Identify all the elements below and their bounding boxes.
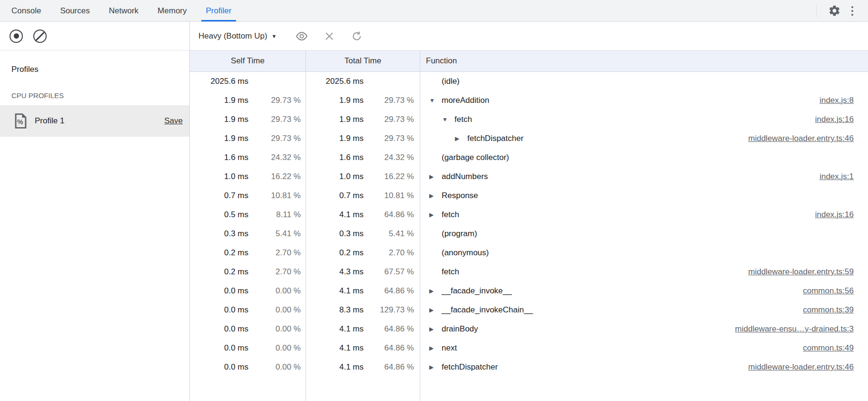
table-row[interactable]: 1.0 ms 16.22 % 1.0 ms 16.22 % ▶ addNumbe… — [190, 167, 868, 186]
function-cell: ▶ next common.ts:49 — [420, 339, 868, 358]
table-row[interactable]: 1.6 ms 24.32 % 1.6 ms 24.32 % (garbage c… — [190, 148, 868, 167]
exclude-selected-button[interactable] — [320, 27, 338, 45]
profile-list-item[interactable]: % Profile 1 Save — [0, 105, 189, 137]
table-row[interactable]: 0.0 ms 0.00 % 8.3 ms 129.73 % ▶ __facade… — [190, 301, 868, 320]
record-button[interactable] — [10, 30, 23, 43]
settings-button[interactable] — [825, 2, 843, 20]
self-time-percent: 0.00 % — [248, 324, 301, 334]
clear-profiles-button[interactable] — [33, 30, 47, 43]
total-time-percent: 64.86 % — [364, 343, 414, 353]
more-options-button[interactable] — [843, 2, 861, 20]
expand-arrow-icon[interactable]: ▶ — [429, 211, 442, 218]
tab-network[interactable]: Network — [104, 0, 143, 21]
source-link[interactable]: index.js:16 — [806, 115, 854, 124]
profiles-heading: Profiles — [0, 64, 189, 75]
profile-document-icon: % — [14, 113, 27, 129]
expand-arrow-icon[interactable]: ▼ — [429, 97, 442, 104]
self-time-cell: 1.9 ms 29.73 % — [190, 129, 306, 148]
table-row[interactable]: 0.7 ms 10.81 % 0.7 ms 10.81 % ▶ Response — [190, 186, 868, 205]
tab-sources[interactable]: Sources — [55, 0, 94, 21]
table-row[interactable]: 0.5 ms 8.11 % 4.1 ms 64.86 % ▶ fetch ind… — [190, 205, 868, 224]
expand-arrow-icon[interactable]: ▶ — [429, 307, 442, 313]
expand-arrow-icon[interactable]: ▶ — [455, 135, 467, 142]
source-link[interactable]: middleware-loader.entry.ts:46 — [739, 134, 854, 143]
function-cell: (garbage collector) — [420, 148, 868, 167]
table-row[interactable]: 0.0 ms 0.00 % 4.1 ms 64.86 % ▶ next comm… — [190, 339, 868, 358]
source-link[interactable]: index.js:16 — [806, 210, 854, 220]
source-link[interactable]: middleware-ensu…y-drained.ts:3 — [726, 324, 854, 334]
tab-list: Console Sources Network Memory Profiler — [0, 0, 246, 21]
table-row[interactable]: 2025.6 ms 2025.6 ms (idle) — [190, 72, 868, 91]
table-row[interactable]: 1.9 ms 29.73 % 1.9 ms 29.73 % ▼ fetch in… — [190, 110, 868, 129]
column-header-function[interactable]: Function — [420, 50, 868, 71]
self-time-percent: 2.70 % — [248, 248, 301, 258]
tab-label: Profiler — [206, 6, 232, 16]
self-time-ms: 0.3 ms — [194, 229, 248, 239]
expand-arrow-icon[interactable]: ▶ — [429, 364, 442, 371]
expand-arrow-icon[interactable]: ▶ — [429, 192, 442, 199]
function-name: (anonymous) — [442, 248, 489, 258]
total-time-percent: 24.32 % — [364, 153, 414, 162]
total-time-percent: 64.86 % — [364, 210, 414, 220]
source-link[interactable]: index.js:1 — [810, 172, 854, 181]
function-cell: ▶ __facade_invokeChain__ common.ts:39 — [420, 301, 868, 320]
tabbar-right-controls — [816, 0, 868, 21]
focus-selected-button[interactable] — [293, 27, 311, 45]
expand-arrow-icon[interactable]: ▶ — [429, 345, 442, 351]
total-time-ms: 1.9 ms — [309, 134, 364, 143]
source-link[interactable]: common.ts:56 — [793, 286, 854, 296]
table-row[interactable]: 0.2 ms 2.70 % 0.2 ms 2.70 % (anonymous) — [190, 243, 868, 262]
total-time-cell: 2025.6 ms — [306, 72, 420, 91]
column-header-self-time[interactable]: Self Time — [190, 50, 306, 71]
total-time-ms: 4.1 ms — [309, 362, 364, 372]
function-name: addNumbers — [442, 172, 488, 181]
profile-name: Profile 1 — [35, 116, 64, 126]
profiler-main-panel: Heavy (Bottom Up) ▼ — [190, 22, 868, 401]
expand-arrow-icon[interactable]: ▶ — [429, 288, 442, 294]
restore-all-button[interactable] — [348, 27, 366, 45]
table-row[interactable]: 0.0 ms 0.00 % 4.1 ms 64.86 % ▶ fetchDisp… — [190, 358, 868, 377]
table-row[interactable]: 0.0 ms 0.00 % 4.1 ms 64.86 % ▶ __facade_… — [190, 281, 868, 301]
clear-icon — [33, 30, 47, 43]
total-time-cell: 8.3 ms 129.73 % — [306, 301, 420, 320]
tab-memory[interactable]: Memory — [153, 0, 191, 21]
function-cell: (idle) — [420, 72, 868, 91]
tab-profiler[interactable]: Profiler — [201, 0, 237, 21]
self-time-cell: 1.6 ms 24.32 % — [190, 148, 306, 167]
column-header-total-time[interactable]: Total Time — [306, 50, 420, 71]
function-cell: (anonymous) — [420, 243, 868, 262]
table-row[interactable]: 1.9 ms 29.73 % 1.9 ms 29.73 % ▼ moreAddi… — [190, 91, 868, 110]
self-time-cell: 1.0 ms 16.22 % — [190, 167, 306, 186]
source-link[interactable]: common.ts:49 — [793, 343, 854, 353]
table-row[interactable]: 0.0 ms 0.00 % 4.1 ms 64.86 % ▶ drainBody… — [190, 320, 868, 339]
self-time-percent: 0.00 % — [248, 362, 301, 372]
svg-text:%: % — [17, 118, 23, 126]
profiles-list-panel: Profiles CPU PROFILES % Profile 1 Save — [0, 50, 189, 137]
source-link[interactable]: middleware-loader.entry.ts:46 — [739, 362, 854, 372]
table-row[interactable]: 0.3 ms 5.41 % 0.3 ms 5.41 % (program) — [190, 224, 868, 243]
total-time-ms: 1.9 ms — [309, 115, 364, 124]
function-name: next — [442, 343, 457, 353]
tab-console[interactable]: Console — [7, 0, 46, 21]
total-time-percent: 29.73 % — [364, 115, 414, 124]
self-time-percent: 16.22 % — [248, 172, 301, 181]
source-link[interactable]: index.js:8 — [810, 96, 854, 105]
table-row[interactable]: 0.2 ms 2.70 % 4.3 ms 67.57 % fetch middl… — [190, 262, 868, 281]
expand-arrow-icon[interactable]: ▼ — [442, 116, 454, 123]
refresh-icon — [351, 30, 363, 42]
view-mode-select[interactable]: Heavy (Bottom Up) ▼ — [198, 31, 276, 41]
total-time-ms: 1.6 ms — [309, 153, 364, 162]
self-time-percent: 29.73 % — [248, 96, 301, 105]
function-name: fetch — [442, 267, 459, 277]
self-time-cell: 0.0 ms 0.00 % — [190, 301, 306, 320]
table-row[interactable]: 1.9 ms 29.73 % 1.9 ms 29.73 % ▶ fetchDis… — [190, 129, 868, 148]
source-link[interactable]: common.ts:39 — [793, 305, 854, 315]
source-link[interactable]: middleware-loader.entry.ts:59 — [739, 267, 854, 277]
function-name: __facade_invokeChain__ — [442, 305, 533, 315]
expand-arrow-icon[interactable]: ▶ — [429, 326, 442, 332]
grid-body: 2025.6 ms 2025.6 ms (idle) 1.9 ms 29.73 … — [190, 72, 868, 401]
save-profile-link[interactable]: Save — [164, 116, 183, 126]
expand-arrow-icon[interactable]: ▶ — [429, 173, 442, 180]
self-time-percent: 29.73 % — [248, 115, 301, 124]
total-time-ms: 4.1 ms — [309, 286, 364, 296]
